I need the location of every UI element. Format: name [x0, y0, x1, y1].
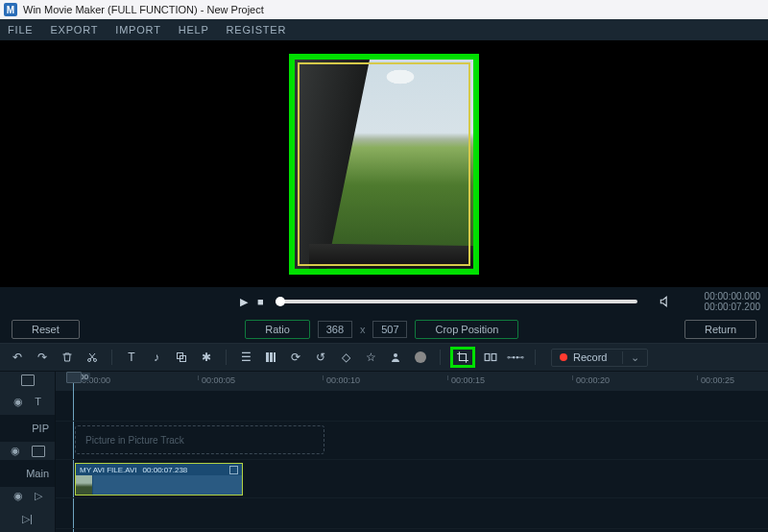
star-icon[interactable]: ☆ — [363, 350, 378, 365]
stop-icon[interactable]: ■ — [257, 296, 264, 307]
main-track-label: Main — [0, 460, 55, 487]
undo-icon[interactable]: ↶ — [10, 350, 25, 365]
window-titlebar: M Win Movie Maker (FULL FUNCTION) - New … — [0, 0, 768, 19]
timeline-toolbar: ↶ ↷ T ♪ ✱ ☰ ⟳ ↺ ◇ ☆ ⊶⊷ Record ⌄ — [0, 343, 768, 372]
crop-width-input[interactable]: 368 — [318, 321, 352, 338]
time-display: 00:00:00.000 00:00:07.200 — [684, 291, 760, 312]
clip-name: MY AVI FILE.AVI — [80, 466, 137, 474]
pip-track-header[interactable]: ◉ — [0, 442, 55, 460]
menu-export[interactable]: EXPORT — [50, 24, 98, 36]
svg-rect-9 — [485, 354, 490, 361]
seek-thumb[interactable] — [276, 297, 285, 306]
by-label: x — [360, 324, 366, 335]
annotation-highlight — [289, 54, 479, 275]
video-clip[interactable]: MY AVI FILE.AVI 00:00:07.238 — [75, 463, 243, 496]
ruler-tick: 00:00:20 — [572, 375, 610, 380]
delete-icon[interactable] — [60, 350, 75, 365]
crop-controls: Reset Ratio 368 x 507 Crop Position Retu… — [0, 316, 768, 343]
crop-height-input[interactable]: 507 — [372, 321, 407, 338]
record-dot-icon — [560, 353, 567, 361]
time-ruler[interactable]: 00:00:00 00:00:05 00:00:10 00:00:15 00:0… — [56, 372, 768, 391]
layers-icon[interactable] — [21, 375, 35, 386]
menu-register[interactable]: REGISTER — [227, 24, 287, 36]
clip-duration: 00:00:07.238 — [143, 466, 188, 474]
ratio-button[interactable]: Ratio — [245, 320, 310, 339]
menu-import[interactable]: IMPORT — [115, 24, 160, 36]
svg-rect-8 — [415, 351, 426, 363]
text-icon[interactable]: T — [124, 350, 139, 365]
cut-icon[interactable] — [84, 350, 100, 365]
pip-icon — [32, 446, 45, 457]
end-lane[interactable] — [56, 498, 768, 529]
list-icon[interactable]: ☰ — [238, 350, 253, 365]
ruler-tick: 00:00:25 — [697, 375, 734, 380]
svg-point-7 — [394, 353, 397, 357]
reset-button[interactable]: Reset — [12, 320, 80, 339]
text-lane[interactable] — [56, 391, 768, 422]
eye-icon[interactable]: ◉ — [11, 445, 20, 457]
svg-rect-6 — [274, 352, 276, 362]
crop-position-button[interactable]: Crop Position — [415, 320, 518, 339]
clip-thumbnail — [76, 475, 93, 495]
speed-icon[interactable]: ⟳ — [288, 350, 303, 365]
skip-icon: ▷| — [22, 513, 33, 525]
timeline[interactable]: 00:00:00 00:00:05 00:00:10 00:00:15 00:0… — [56, 372, 768, 532]
color-icon[interactable] — [413, 350, 428, 365]
redo-icon[interactable]: ↷ — [35, 350, 50, 365]
app-logo-icon: M — [4, 3, 17, 16]
main-track-header[interactable]: ◉▷ — [0, 487, 55, 505]
window-title: Win Movie Maker (FULL FUNCTION) - New Pr… — [23, 4, 264, 15]
svg-rect-5 — [270, 352, 273, 362]
record-label: Record — [573, 351, 607, 363]
menu-file[interactable]: FILE — [8, 24, 33, 36]
volume-icon[interactable] — [659, 295, 672, 308]
svg-rect-4 — [266, 352, 269, 362]
clip-waveform — [95, 475, 242, 495]
person-icon[interactable] — [388, 350, 403, 365]
svg-rect-10 — [492, 354, 496, 361]
flip-icon[interactable] — [483, 350, 498, 365]
return-button[interactable]: Return — [684, 320, 756, 339]
track-sidebar: ◉T PIP ◉ Main ◉▷ ▷| — [0, 372, 56, 532]
ruler-tick: 00:00:05 — [198, 375, 235, 380]
record-button[interactable]: Record ⌄ — [551, 349, 648, 367]
play-icon[interactable]: ▶ — [240, 296, 248, 308]
ruler-tick: 00:00:15 — [447, 375, 485, 380]
playback-bar: ▶ ■ 00:00:00.000 00:00:07.200 — [0, 287, 768, 316]
text-track-header[interactable]: ◉T — [0, 388, 55, 415]
chevron-down-icon[interactable]: ⌄ — [622, 351, 639, 364]
crop-icon[interactable] — [455, 350, 470, 365]
pip-lane[interactable]: Picture in Picture Track — [56, 422, 768, 460]
pip-track-label: PIP — [0, 415, 55, 442]
end-track-header[interactable]: ▷| — [0, 505, 55, 532]
overlay-icon[interactable] — [174, 350, 189, 365]
crop-tool-highlight — [450, 347, 475, 368]
eye-icon[interactable]: ◉ — [13, 396, 23, 408]
rotate-icon[interactable]: ◇ — [338, 350, 353, 365]
clip-menu-icon[interactable] — [229, 466, 238, 474]
ruler-tick: 00:00:10 — [323, 375, 360, 380]
seek-bar[interactable] — [276, 300, 637, 303]
menu-help[interactable]: HELP — [179, 24, 209, 36]
eye-icon[interactable]: ◉ — [13, 490, 23, 502]
link-icon[interactable]: ⊶⊷ — [508, 350, 523, 365]
music-icon[interactable]: ♪ — [149, 350, 164, 365]
pip-placeholder[interactable]: Picture in Picture Track — [75, 425, 324, 454]
reverse-icon[interactable]: ↺ — [313, 350, 328, 365]
play-small-icon: ▷ — [35, 490, 42, 502]
effects-icon[interactable]: ✱ — [199, 350, 214, 365]
columns-icon[interactable] — [263, 350, 278, 365]
menu-bar: FILE EXPORT IMPORT HELP REGISTER — [0, 19, 768, 40]
preview-frame[interactable] — [295, 60, 473, 269]
preview-panel — [0, 40, 768, 287]
main-lane[interactable]: MY AVI FILE.AVI 00:00:07.238 — [56, 460, 768, 498]
